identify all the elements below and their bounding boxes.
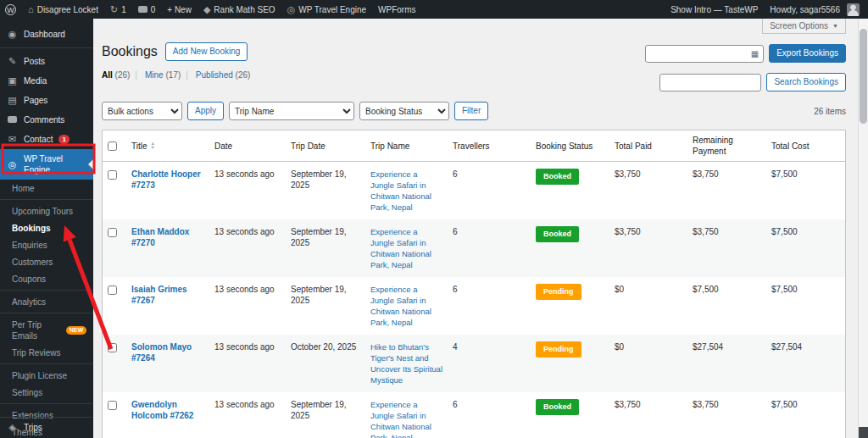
sidebar-item-customers[interactable]: Customers <box>0 253 93 270</box>
view-filters: All (26) Mine (17) Published (26) <box>102 70 250 80</box>
sidebar-label-comments: Comments <box>24 114 64 125</box>
travel-engine-icon: ◎ <box>287 5 296 14</box>
page-title: Bookings <box>102 44 158 59</box>
trip-name-select[interactable]: Trip Name <box>229 102 354 120</box>
sidebar-item-analytics[interactable]: Analytics <box>0 293 93 310</box>
booking-title-link[interactable]: Ethan Maddox #7270 <box>131 227 189 247</box>
howdy-label: Howdy, sagar5566 <box>770 5 840 14</box>
date-range-input[interactable] <box>650 49 751 58</box>
booking-title-link[interactable]: Solomon Mayo #7264 <box>131 342 192 363</box>
sidebar-label-contact: Contact <box>24 134 53 145</box>
show-intro-label: Show Intro — TasteWP <box>670 5 758 14</box>
contact-icon: ✉ <box>7 134 18 145</box>
sidebar-label-posts: Posts <box>24 56 45 67</box>
sidebar-item-trip-reviews[interactable]: Trip Reviews <box>0 344 93 361</box>
chevron-down-icon: ▼ <box>832 23 838 29</box>
wpforms-menu[interactable]: WPForms <box>378 5 415 14</box>
sidebar-item-per-trip-emails[interactable]: Per Trip Emails NEW <box>0 316 93 344</box>
booking-name: Solomon Mayo <box>131 342 192 352</box>
show-intro-link[interactable]: Show Intro — TasteWP <box>670 5 758 14</box>
sidebar-label-per-trip-emails: Per Trip Emails <box>12 319 63 341</box>
new-content-menu[interactable]: + New <box>167 5 192 14</box>
select-all-checkbox[interactable] <box>108 141 117 151</box>
trip-name-link[interactable]: Experience a Jungle Safari in Chitwan Na… <box>370 400 431 438</box>
booking-id: #7264 <box>131 353 155 363</box>
wordpress-menu[interactable]: W <box>5 4 16 15</box>
remaining-payment: $3,750 <box>687 392 766 438</box>
view-published-count: (26) <box>236 70 251 80</box>
comments-icon <box>7 114 18 125</box>
row-checkbox[interactable] <box>108 170 117 180</box>
rank-math-menu[interactable]: ◆ Rank Math SEO <box>203 5 275 14</box>
table-row: Gwendolyn Holcomb #7262 13 seconds ago S… <box>103 392 845 438</box>
updates-menu[interactable]: ↻ 1 <box>110 5 126 14</box>
wordpress-logo-icon: W <box>5 4 16 15</box>
sidebar-item-settings[interactable]: Settings <box>0 384 93 401</box>
add-new-booking-button[interactable]: Add New Booking <box>165 42 248 61</box>
screen-options-tab[interactable]: Screen Options ▼ <box>762 19 846 34</box>
booking-title-link[interactable]: Gwendolyn Holcomb #7262 <box>131 400 193 420</box>
row-checkbox[interactable] <box>108 401 117 410</box>
scrollbar-thumb[interactable] <box>860 29 867 124</box>
table-row: Ethan Maddox #7270 13 seconds ago Septem… <box>103 219 845 277</box>
sidebar-separator <box>0 47 93 48</box>
sidebar-item-trips[interactable]: ◈ Trips <box>0 417 93 437</box>
sidebar-item-media[interactable]: ▣ Media <box>0 71 93 91</box>
sidebar-item-home[interactable]: Home <box>0 180 93 197</box>
booking-status-select[interactable]: Booking Status <box>359 102 449 120</box>
trip-name-link[interactable]: Experience a Jungle Safari in Chitwan Na… <box>370 227 431 269</box>
trip-name-link[interactable]: Hike to Bhutan's Tiger's Nest and Uncove… <box>370 342 442 385</box>
view-all-link[interactable]: All (26) <box>102 70 130 80</box>
trip-name-link[interactable]: Experience a Jungle Safari in Chitwan Na… <box>370 285 431 327</box>
vertical-scrollbar[interactable] <box>858 19 868 438</box>
filter-button[interactable]: Filter <box>454 102 488 120</box>
sidebar-item-upcoming-tours[interactable]: Upcoming Tours <box>0 202 93 219</box>
sidebar-item-wp-travel-engine[interactable]: ◎ WP Travel Engine <box>0 149 93 180</box>
remaining-payment: $27,504 <box>687 335 766 392</box>
content-header-left: Bookings Add New Booking All (26) Mine (… <box>102 42 250 91</box>
sidebar-label-coupons: Coupons <box>12 274 46 285</box>
search-bookings-button[interactable]: Search Bookings <box>766 73 846 91</box>
calendar-icon[interactable]: ▦ <box>751 49 759 58</box>
booking-id: #7273 <box>131 180 155 190</box>
row-checkbox[interactable] <box>108 286 117 295</box>
bulk-actions-select[interactable]: Bulk actions <box>102 102 182 120</box>
travellers-count: 6 <box>448 219 531 277</box>
sort-by-title[interactable]: Title▲▼ <box>131 141 155 152</box>
total-cost: $7,500 <box>766 162 845 220</box>
sidebar-item-pages[interactable]: ▤ Pages <box>0 91 93 110</box>
view-published-link[interactable]: Published (26) <box>196 70 251 80</box>
account-menu[interactable]: Howdy, sagar5566 <box>770 3 860 16</box>
sidebar-item-enquiries[interactable]: Enquiries <box>0 236 93 253</box>
export-bookings-button[interactable]: Export Bookings <box>769 44 846 63</box>
apply-button[interactable]: Apply <box>187 102 224 120</box>
sidebar-item-posts[interactable]: ✎ Posts <box>0 52 93 71</box>
trip-name-link[interactable]: Experience a Jungle Safari in Chitwan Na… <box>370 169 431 212</box>
rank-math-icon: ◆ <box>203 5 210 14</box>
view-published-label: Published <box>196 70 233 80</box>
sidebar-item-plugin-license[interactable]: Plugin License <box>0 367 93 384</box>
posts-icon: ✎ <box>7 56 18 67</box>
admin-bar: W ⌂ Disagree Locket ↻ 1 0 + New ◆ Rank M… <box>0 0 868 19</box>
search-input[interactable] <box>659 74 761 91</box>
travellers-count: 6 <box>448 392 531 438</box>
booking-title-link[interactable]: Charlotte Hooper #7273 <box>131 169 201 190</box>
new-badge: NEW <box>66 326 86 335</box>
sidebar-item-comments[interactable]: Comments <box>0 110 93 130</box>
site-name-menu[interactable]: ⌂ Disagree Locket <box>28 5 98 14</box>
column-trip-name: Trip Name <box>365 130 448 162</box>
sidebar-item-contact[interactable]: ✉ Contact 1 <box>0 130 93 149</box>
row-checkbox[interactable] <box>108 343 117 352</box>
booking-title-link[interactable]: Isaiah Grimes #7267 <box>131 285 187 305</box>
trip-date: September 19, 2025 <box>286 277 365 335</box>
total-paid: $0 <box>609 335 687 392</box>
view-mine-link[interactable]: Mine (17) <box>145 70 181 80</box>
wp-travel-engine-menu[interactable]: ◎ WP Travel Engine <box>287 5 366 14</box>
comments-menu[interactable]: 0 <box>138 5 156 14</box>
booking-date: 13 seconds ago <box>209 335 286 392</box>
row-checkbox[interactable] <box>108 228 117 237</box>
sidebar-item-coupons[interactable]: Coupons <box>0 270 93 287</box>
sidebar-item-dashboard[interactable]: ◉ Dashboard <box>0 25 93 44</box>
sidebar-item-bookings[interactable]: Bookings <box>0 219 93 236</box>
wp-travel-engine-submenu: Home Upcoming Tours Bookings Enquiries C… <box>0 180 93 438</box>
